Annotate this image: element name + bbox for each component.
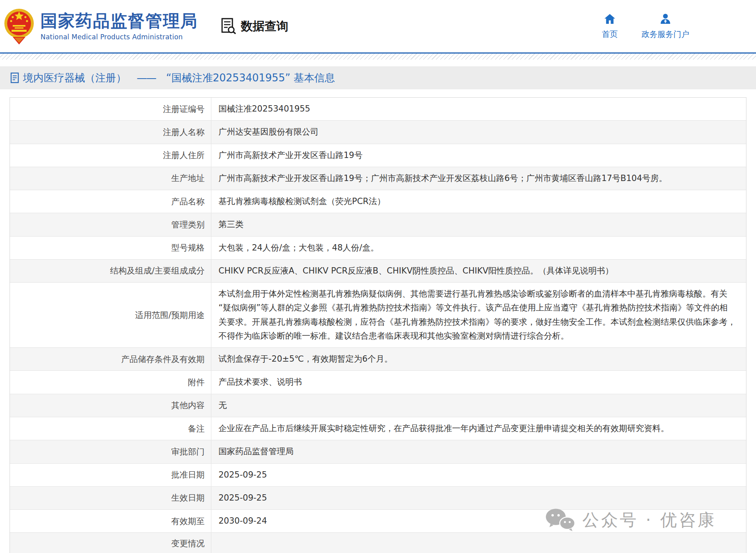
home-icon: [603, 13, 616, 25]
row-label: 注册人住所: [10, 144, 211, 167]
document-icon: [10, 72, 20, 83]
row-label: 其他内容: [10, 394, 211, 417]
row-value: 广州达安基因股份有限公司: [211, 121, 746, 143]
row-value: [211, 533, 746, 553]
nav-home-label: 首页: [602, 29, 618, 40]
table-row: 注册人名称 广州达安基因股份有限公司: [10, 121, 746, 144]
row-label: 管理类别: [10, 213, 211, 236]
row-label: 批准日期: [10, 464, 211, 486]
row-label: 变更情况: [10, 533, 211, 553]
table-row: 产品储存条件及有效期 试剂盒保存于-20±5℃，有效期暂定为6个月。: [10, 348, 746, 371]
table-row: 管理类别 第三类: [10, 213, 746, 236]
row-value: 试剂盒保存于-20±5℃，有效期暂定为6个月。: [211, 348, 746, 370]
agency-name-cn: 国家药品监督管理局: [41, 12, 198, 31]
row-label: 备注: [10, 417, 211, 440]
document-search-icon: [221, 18, 237, 35]
header-nav: 首页 政务服务门户: [602, 13, 689, 40]
registration-info-table: 注册证编号 国械注准20253401955 注册人名称 广州达安基因股份有限公司…: [10, 97, 746, 553]
table-row: 适用范围/预期用途 本试剂盒用于体外定性检测基孔肯雅热病疑似病例、其他需要进行基…: [10, 283, 746, 348]
table-row: 产品名称 基孔肯雅病毒核酸检测试剂盒（荧光PCR法）: [10, 190, 746, 213]
row-value: 国械注准20253401955: [211, 98, 746, 120]
row-value: CHIKV PCR反应液A、CHIKV PCR反应液B、CHIKV阴性质控品、C…: [211, 260, 746, 282]
row-value: 产品技术要求、说明书: [211, 371, 746, 393]
row-value: 企业应在产品上市后继续开展实时稳定性研究，在产品获得批准一年内通过产品变更注册申…: [211, 417, 746, 440]
row-label: 适用范围/预期用途: [10, 283, 211, 347]
table-row: 其他内容 无: [10, 394, 746, 417]
hatched-stripe-band: [0, 54, 756, 60]
row-value: 第三类: [211, 213, 746, 236]
table-row: 型号规格 大包装，24人份/盒；大包装，48人份/盒。: [10, 237, 746, 260]
table-row: 生产地址 广州市高新技术产业开发区香山路19号；广州市高新技术产业开发区荔枝山路…: [10, 167, 746, 190]
user-icon: [659, 13, 672, 25]
agency-name-en: National Medical Products Administration: [41, 33, 198, 41]
row-label: 产品名称: [10, 190, 211, 213]
page-title: “国械注准20253401955” 基本信息: [166, 71, 335, 85]
nav-gov-portal[interactable]: 政务服务门户: [642, 13, 689, 40]
table-row: 批准日期 2025-09-25: [10, 464, 746, 487]
row-label: 生效日期: [10, 487, 211, 509]
nav-gov-portal-label: 政务服务门户: [642, 29, 689, 40]
row-label: 审批部门: [10, 440, 211, 463]
breadcrumb-dash: ——: [137, 72, 156, 84]
row-label: 产品储存条件及有效期: [10, 348, 211, 370]
row-value: 大包装，24人份/盒；大包装，48人份/盒。: [211, 237, 746, 259]
row-value: 2025-09-25: [211, 464, 746, 486]
row-value: 2030-09-24: [211, 510, 746, 532]
table-row: 有效期至 2030-09-24: [10, 510, 746, 533]
row-value: 无: [211, 394, 746, 417]
data-query-tab[interactable]: 数据查询: [221, 18, 288, 35]
site-header: 国家药品监督管理局 National Medical Products Admi…: [0, 0, 756, 52]
table-row: 附件 产品技术要求、说明书: [10, 371, 746, 394]
table-row: 变更情况: [10, 533, 746, 553]
breadcrumb-category: 境内医疗器械（注册）: [23, 71, 126, 85]
row-label: 生产地址: [10, 167, 211, 190]
table-row: 生效日期 2025-09-25: [10, 487, 746, 510]
table-row: 审批部门 国家药品监督管理局: [10, 440, 746, 463]
row-value: 国家药品监督管理局: [211, 440, 746, 463]
row-value: 基孔肯雅病毒核酸检测试剂盒（荧光PCR法）: [211, 190, 746, 213]
row-value: 本试剂盒用于体外定性检测基孔肯雅热病疑似病例、其他需要进行基孔肯雅热感染诊断或鉴…: [211, 283, 746, 347]
agency-title-block: 国家药品监督管理局 National Medical Products Admi…: [41, 12, 198, 41]
national-emblem-logo: [4, 7, 34, 46]
row-value: 广州市高新技术产业开发区香山路19号: [211, 144, 746, 167]
row-value: 2025-09-25: [211, 487, 746, 509]
table-row: 备注 企业应在产品上市后继续开展实时稳定性研究，在产品获得批准一年内通过产品变更…: [10, 417, 746, 440]
row-label: 注册人名称: [10, 121, 211, 143]
table-row: 结构及组成/主要组成成分 CHIKV PCR反应液A、CHIKV PCR反应液B…: [10, 260, 746, 283]
row-label: 有效期至: [10, 510, 211, 532]
breadcrumb: 境内医疗器械（注册） —— “国械注准20253401955” 基本信息: [0, 66, 756, 89]
row-label: 结构及组成/主要组成成分: [10, 260, 211, 282]
row-label: 型号规格: [10, 237, 211, 259]
nav-home[interactable]: 首页: [602, 13, 618, 40]
data-query-label: 数据查询: [241, 18, 288, 35]
table-row: 注册证编号 国械注准20253401955: [10, 98, 746, 121]
row-label: 注册证编号: [10, 98, 211, 120]
row-label: 附件: [10, 371, 211, 393]
table-row: 注册人住所 广州市高新技术产业开发区香山路19号: [10, 144, 746, 167]
row-value: 广州市高新技术产业开发区香山路19号；广州市高新技术产业开发区荔枝山路6号；广州…: [211, 167, 746, 190]
